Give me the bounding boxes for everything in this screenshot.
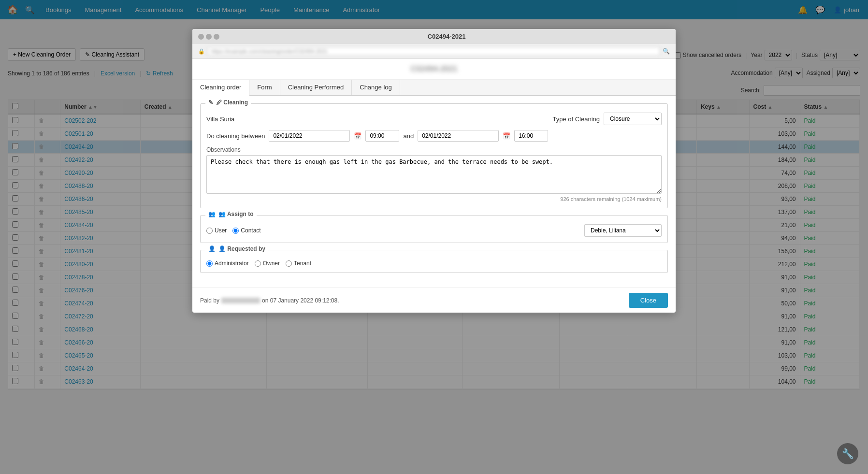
observations-textarea[interactable]: Please check that there is enough gas le…: [206, 155, 662, 194]
char-count: 926 characters remaining (1024 maximum): [206, 196, 662, 202]
modal-body: ✎ 🖊 Cleaning Villa Suria Type of Cleanin…: [192, 96, 676, 287]
requested-section-legend: 👤 👤 Requested by: [205, 245, 268, 252]
modal-dots: [198, 34, 219, 40]
modal-dot-1: [198, 34, 204, 40]
tab-cleaning-order[interactable]: Cleaning order: [192, 80, 249, 96]
type-of-cleaning-label: Type of Cleaning: [552, 115, 600, 123]
contact-radio-label[interactable]: Contact: [232, 227, 260, 234]
user-radio-label[interactable]: User: [206, 227, 227, 234]
and-label: and: [403, 132, 414, 140]
calendar-icon-to[interactable]: 📅: [503, 132, 510, 140]
paid-name-blurred: [221, 298, 260, 303]
type-of-cleaning-select[interactable]: Closure Standard Deep: [604, 113, 662, 125]
calendar-icon-from[interactable]: 📅: [354, 132, 362, 140]
modal-subtitle: C02494-2021: [192, 59, 676, 80]
cleaning-section-legend: ✎ 🖊 Cleaning: [205, 99, 251, 106]
owner-label: Owner: [263, 260, 280, 267]
tenant-label: Tenant: [294, 260, 311, 267]
modal-url-input: https://example.com/cleaning/order/C0249…: [208, 47, 660, 56]
tab-change-log[interactable]: Change log: [352, 80, 400, 95]
modal-url-bar: 🔒 https://example.com/cleaning/order/C02…: [192, 44, 676, 59]
paid-info: Paid by on 07 January 2022 09:12:08.: [200, 297, 339, 304]
modal-browser-header: C02494-2021: [192, 29, 676, 44]
modal-subtitle-blurred: C02494-2021: [411, 65, 458, 73]
tenant-radio[interactable]: [286, 260, 292, 267]
observations-group: Observations Please check that there is …: [206, 146, 662, 202]
time-from-input[interactable]: [365, 130, 399, 142]
paid-label: Paid by: [200, 297, 219, 304]
do-cleaning-label: Do cleaning between: [206, 132, 265, 140]
tenant-radio-label[interactable]: Tenant: [286, 260, 311, 267]
people-icon: 👥: [208, 211, 216, 217]
admin-radio-label[interactable]: Administrator: [206, 260, 249, 267]
paid-date: on 07 January 2022 09:12:08.: [262, 297, 339, 304]
user-radio[interactable]: [206, 228, 213, 234]
close-button[interactable]: Close: [629, 293, 668, 308]
villa-name: Villa Suria: [206, 115, 234, 123]
date-from-input[interactable]: [269, 130, 350, 142]
date-row: Do cleaning between 📅 and 📅: [206, 130, 662, 142]
modal-dot-2: [206, 34, 212, 40]
order-detail-modal: C02494-2021 🔒 https://example.com/cleani…: [192, 29, 676, 313]
assigned-person-select[interactable]: Debie, Liliana: [584, 224, 662, 237]
modal-dot-3: [214, 34, 219, 40]
observations-label: Observations: [206, 146, 662, 153]
requested-by-section: 👤 👤 Requested by Administrator Owner Ten: [200, 250, 668, 273]
tab-form[interactable]: Form: [249, 80, 280, 95]
modal-footer: Paid by on 07 January 2022 09:12:08. Clo…: [192, 287, 676, 313]
date-to-input[interactable]: [418, 130, 499, 142]
admin-label: Administrator: [215, 260, 249, 267]
modal-header-title: C02494-2021: [223, 33, 670, 40]
lock-icon: 🔒: [198, 48, 205, 55]
person-icon: 👤: [208, 245, 216, 252]
assign-type-group: User Contact: [206, 227, 261, 234]
tab-cleaning-performed[interactable]: Cleaning Performed: [280, 80, 352, 95]
modal-overlay[interactable]: C02494-2021 🔒 https://example.com/cleani…: [0, 0, 868, 394]
modal-tabs: Cleaning order Form Cleaning Performed C…: [192, 80, 676, 96]
pencil-icon: ✎: [208, 99, 213, 106]
assign-to-section: 👥 👥 Assign to User Contact: [200, 215, 668, 243]
assign-section-legend: 👥 👥 Assign to: [205, 211, 257, 217]
admin-radio[interactable]: [206, 260, 213, 267]
requested-by-group: Administrator Owner Tenant: [206, 260, 662, 267]
owner-radio[interactable]: [255, 260, 261, 267]
contact-radio[interactable]: [232, 228, 239, 234]
type-of-cleaning-row: Type of Cleaning Closure Standard Deep: [552, 113, 662, 125]
cleaning-section: ✎ 🖊 Cleaning Villa Suria Type of Cleanin…: [200, 103, 668, 208]
modal-search-icon[interactable]: 🔍: [663, 48, 670, 55]
owner-radio-label[interactable]: Owner: [255, 260, 280, 267]
time-to-input[interactable]: [514, 130, 548, 142]
